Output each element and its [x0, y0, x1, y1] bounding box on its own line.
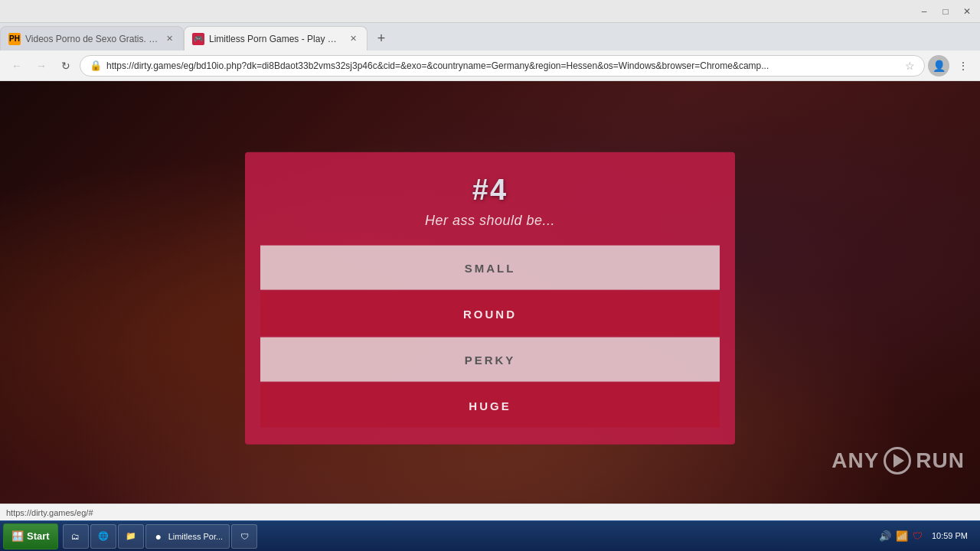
status-url-text: https://dirty.games/eg/# — [6, 508, 93, 517]
address-bar[interactable]: 🔒 https://dirty.games/eg/bd10io.php?dk=d… — [80, 55, 925, 77]
anyrun-any-text: ANY — [831, 448, 879, 473]
title-bar-controls: – □ ✕ — [914, 3, 977, 20]
start-icon: 🪟 — [11, 530, 24, 542]
forward-button[interactable]: → — [31, 55, 52, 77]
maximize-button[interactable]: □ — [936, 3, 956, 20]
network-icon: 📶 — [896, 530, 908, 542]
tab2-favicon: 🎮 — [192, 33, 204, 45]
taskbar-item-chrome[interactable]: ● Limitless Por... — [145, 524, 230, 549]
status-bar: https://dirty.games/eg/# — [0, 504, 980, 520]
tab1-favicon: PH — [8, 33, 21, 45]
tab2-label: Limitless Porn Games - Play Now — [209, 34, 342, 44]
folder-icon: 📁 — [125, 530, 137, 543]
chrome-icon: ● — [152, 530, 165, 543]
new-tab-button[interactable]: + — [371, 28, 392, 49]
address-text: https://dirty.games/eg/bd10io.php?dk=di8… — [106, 60, 900, 71]
security-icon: 🛡 — [913, 530, 923, 542]
anyrun-watermark: ANY RUN — [831, 447, 965, 474]
taskbar: 🪟 Start 🗂 🌐 📁 ● Limitless Por... 🛡 🔊 � — [0, 520, 980, 551]
quiz-overlay: #4 Her ass should be... SMALL ROUND PERK… — [245, 152, 735, 445]
taskbar-item-antivirus[interactable]: 🛡 — [231, 524, 257, 549]
quiz-option-small[interactable]: SMALL — [260, 246, 720, 290]
taskbar-items: 🗂 🌐 📁 ● Limitless Por... 🛡 — [60, 524, 873, 549]
quiz-option-huge[interactable]: HUGE — [260, 383, 720, 428]
tab-1[interactable]: PH Videos Porno de Sexo Gratis. Pelicul.… — [0, 26, 184, 51]
ie-icon: 🌐 — [97, 530, 109, 543]
quiz-option-perky[interactable]: PERKY — [260, 337, 720, 382]
lock-icon: 🔒 — [90, 60, 102, 71]
anyrun-run-text: RUN — [916, 448, 965, 473]
start-label: Start — [27, 530, 50, 542]
clock[interactable]: 10:59 PM — [927, 529, 972, 543]
close-button[interactable]: ✕ — [957, 3, 977, 20]
chrome-label: Limitless Por... — [168, 532, 224, 541]
quiz-question: Her ass should be... — [425, 213, 555, 229]
quiz-option-round[interactable]: ROUND — [260, 292, 720, 336]
profile-button[interactable]: 👤 — [928, 55, 949, 77]
minimize-button[interactable]: – — [914, 3, 934, 20]
start-button[interactable]: 🪟 Start — [3, 523, 58, 549]
clock-time: 10:59 PM — [932, 530, 968, 541]
tab-bar: PH Videos Porno de Sexo Gratis. Pelicul.… — [0, 23, 980, 51]
reload-button[interactable]: ↻ — [55, 55, 77, 77]
antivirus-icon: 🛡 — [238, 530, 250, 543]
taskbar-item-ie[interactable]: 🌐 — [90, 524, 116, 549]
quiz-options: SMALL ROUND PERKY HUGE — [260, 246, 720, 429]
tab2-close-icon[interactable]: ✕ — [347, 33, 359, 45]
menu-button[interactable]: ⋮ — [952, 55, 974, 77]
back-button[interactable]: ← — [6, 55, 28, 77]
system-tray: 🔊 📶 🛡 10:59 PM — [874, 529, 977, 543]
taskbar-item-folder[interactable]: 📁 — [118, 524, 144, 549]
bookmark-icon[interactable]: ☆ — [905, 60, 915, 72]
tab1-label: Videos Porno de Sexo Gratis. Pelicul... — [25, 34, 158, 44]
page-content: #4 Her ass should be... SMALL ROUND PERK… — [0, 81, 980, 504]
tab1-close-icon[interactable]: ✕ — [163, 33, 175, 45]
anyrun-play-icon — [884, 447, 911, 474]
taskbar-item-explorer[interactable]: 🗂 — [63, 524, 89, 549]
explorer-icon: 🗂 — [70, 530, 82, 543]
quiz-number: #4 — [472, 174, 508, 207]
tab-2[interactable]: 🎮 Limitless Porn Games - Play Now ✕ — [184, 26, 368, 51]
volume-icon[interactable]: 🔊 — [879, 530, 891, 542]
toolbar: ← → ↻ 🔒 https://dirty.games/eg/bd10io.ph… — [0, 51, 980, 81]
browser-frame: – □ ✕ PH Videos Porno de Sexo Gratis. Pe… — [0, 0, 980, 551]
title-bar: – □ ✕ — [0, 0, 980, 23]
